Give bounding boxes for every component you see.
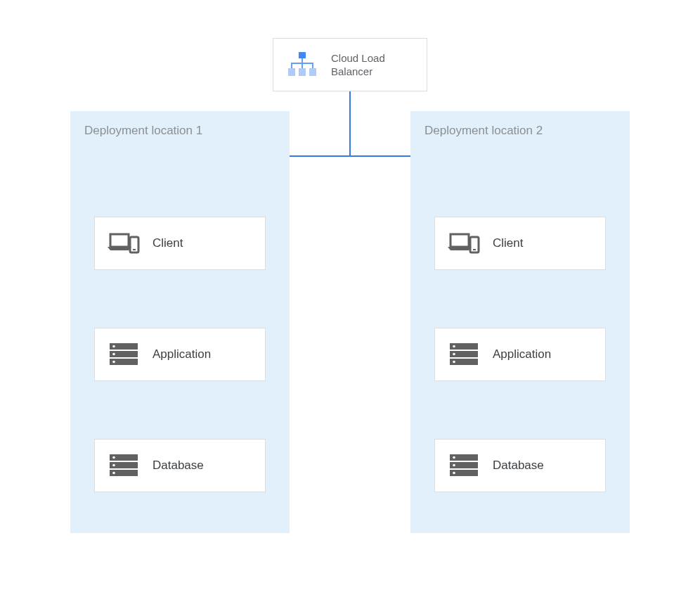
svg-point-15 xyxy=(112,353,115,356)
region-2-database-node: Database xyxy=(434,439,606,492)
region-1-application-label: Application xyxy=(153,347,211,361)
svg-point-14 xyxy=(112,345,115,348)
load-balancer-label: Cloud Load Balancer xyxy=(331,51,414,79)
region-1-client-label: Client xyxy=(153,236,183,250)
database-icon xyxy=(448,452,480,480)
svg-point-22 xyxy=(112,472,115,475)
svg-rect-2 xyxy=(291,63,313,64)
svg-point-29 xyxy=(453,353,455,356)
load-balancer-icon xyxy=(286,51,318,79)
region-2-client-node: Client xyxy=(434,217,606,270)
svg-rect-6 xyxy=(288,68,295,76)
region-1-label: Deployment location 1 xyxy=(84,124,276,138)
svg-point-20 xyxy=(112,456,115,459)
svg-rect-24 xyxy=(473,249,476,250)
svg-rect-8 xyxy=(309,68,316,76)
svg-point-28 xyxy=(453,345,455,348)
svg-point-30 xyxy=(453,361,455,364)
svg-rect-10 xyxy=(133,249,136,250)
svg-point-34 xyxy=(453,456,455,459)
svg-point-36 xyxy=(453,472,455,475)
region-2-application-node: Application xyxy=(434,328,606,381)
region-1-application-node: Application xyxy=(94,328,266,381)
svg-rect-1 xyxy=(302,58,303,63)
database-icon xyxy=(108,452,140,480)
region-1-database-node: Database xyxy=(94,439,266,492)
region-1-client-node: Client xyxy=(94,217,266,270)
load-balancer-node: Cloud Load Balancer xyxy=(273,38,427,91)
region-2-application-label: Application xyxy=(493,347,551,361)
application-icon xyxy=(448,340,480,369)
svg-rect-3 xyxy=(291,64,292,68)
svg-point-35 xyxy=(453,464,455,467)
architecture-diagram: Cloud Load Balancer Deployment location … xyxy=(0,0,700,602)
svg-rect-5 xyxy=(312,64,313,68)
svg-rect-7 xyxy=(299,68,306,76)
svg-rect-0 xyxy=(299,52,306,58)
region-2-database-label: Database xyxy=(493,459,544,473)
region-2-label: Deployment location 2 xyxy=(424,124,616,138)
svg-point-16 xyxy=(112,361,115,364)
region-1-database-label: Database xyxy=(153,459,204,473)
region-2-client-label: Client xyxy=(493,236,523,250)
svg-point-21 xyxy=(112,464,115,467)
svg-rect-4 xyxy=(302,64,303,68)
client-icon xyxy=(448,229,480,257)
application-icon xyxy=(108,340,140,369)
client-icon xyxy=(108,229,140,257)
